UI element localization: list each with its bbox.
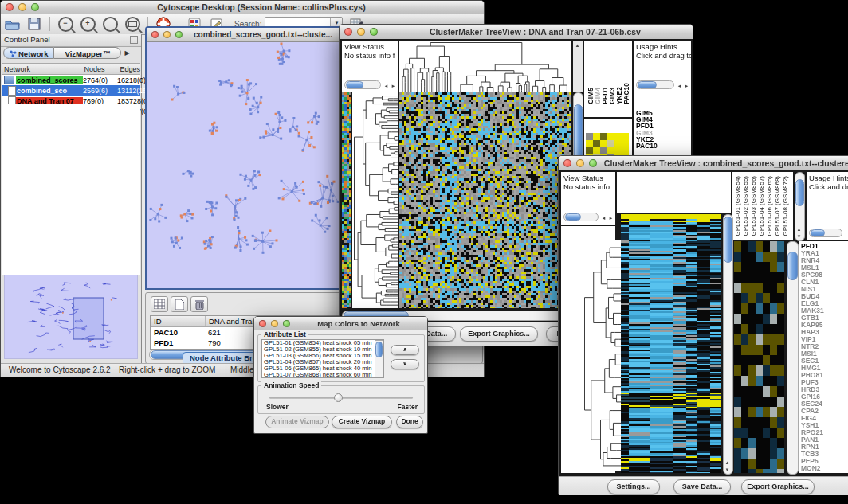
matrix-cell[interactable] <box>622 133 629 140</box>
minimize-button[interactable] <box>18 3 26 11</box>
minimize-button[interactable] <box>163 31 171 38</box>
export-graphics-button[interactable]: Export Graphics... <box>741 479 815 494</box>
minimize-button[interactable] <box>576 159 584 167</box>
matrix-cell[interactable] <box>586 140 593 147</box>
global-pixel-strip[interactable] <box>342 92 351 308</box>
row-dendrogram-canvas[interactable] <box>583 240 621 471</box>
list-item[interactable]: GPL51-07 (GSM868) heat shock 60 min <box>262 372 383 378</box>
matrix-cell[interactable] <box>586 147 593 154</box>
network-table-row[interactable]: combined_scores2764(0)16218(0) <box>2 75 140 85</box>
matrix-cell[interactable] <box>622 147 629 154</box>
row-dendrogram-canvas[interactable] <box>352 92 398 308</box>
network-overview-panel[interactable] <box>4 275 138 359</box>
overview-canvas[interactable] <box>5 275 135 357</box>
minimize-button[interactable] <box>271 320 278 327</box>
treeview1-title-bar[interactable]: ClusterMaker TreeView : DNA and Tran 07-… <box>340 25 693 40</box>
done-button[interactable]: Done <box>396 416 423 428</box>
matrix-cell[interactable] <box>593 133 600 140</box>
matrix-cell[interactable] <box>586 133 593 140</box>
zoom-button[interactable] <box>175 31 183 38</box>
matrix-cell[interactable] <box>593 147 600 154</box>
move-down-button[interactable]: ∨ <box>391 359 419 369</box>
zoom-button[interactable] <box>283 320 290 327</box>
close-button[interactable] <box>151 31 159 38</box>
scroll-thumb[interactable] <box>724 217 732 263</box>
attribute-table-icon[interactable] <box>151 296 168 312</box>
global-vscrollbar[interactable]: ▲ ▼ <box>723 214 733 475</box>
scroll-thumb[interactable] <box>787 252 798 280</box>
main-title-bar[interactable]: Cytoscape Desktop (Session Name: collins… <box>1 1 484 14</box>
row-dendrogram-panel[interactable] <box>583 240 621 471</box>
gene-label[interactable]: PAC10 <box>634 143 691 149</box>
minimize-button[interactable] <box>357 28 365 36</box>
scroll-up-icon[interactable]: ▲ <box>574 42 581 49</box>
view-status-hscrollbar[interactable] <box>563 213 599 221</box>
zoom-heatmap-panel[interactable] <box>734 241 784 473</box>
treeview2-title-bar[interactable]: ClusterMaker TreeView : combined_scores_… <box>559 156 848 171</box>
network-frame-title-bar[interactable]: combined_scores_good.txt--cluste... <box>147 28 344 42</box>
network-table-row[interactable]: combined_sco2569(6)13112(15) <box>2 85 140 96</box>
save-data-button[interactable]: Save Data... <box>673 479 731 494</box>
scroll-thumb[interactable] <box>375 342 383 357</box>
speed-slider-thumb[interactable] <box>334 393 343 402</box>
scroll-left-icon[interactable]: ◄ <box>383 83 390 89</box>
move-up-button[interactable]: ∧ <box>391 345 419 355</box>
gene-list-vscrollbar[interactable] <box>787 241 799 475</box>
close-button[interactable] <box>6 3 14 11</box>
gene-label[interactable]: MON2 <box>799 465 848 472</box>
view-status-hscrollbar[interactable] <box>344 80 381 89</box>
matrix-cell[interactable] <box>607 140 614 147</box>
settings-button[interactable]: Settings... <box>607 479 660 494</box>
column-dendrogram-panel[interactable] <box>617 172 731 213</box>
heatmap-panel[interactable] <box>399 92 571 308</box>
column-dendrogram-panel[interactable] <box>399 41 571 92</box>
tab-network[interactable]: Network <box>3 47 54 59</box>
zoom-in-icon[interactable]: + <box>79 16 96 32</box>
attribute-list-vscrollbar[interactable] <box>375 340 383 377</box>
attribute-list[interactable]: GPL51-01 (GSM854) heat shock 05 minGPL51… <box>261 339 384 378</box>
global-strip-canvas[interactable] <box>342 92 351 308</box>
zoom-button[interactable] <box>370 28 378 36</box>
matrix-cell[interactable] <box>622 140 629 147</box>
close-button[interactable] <box>259 320 266 327</box>
labels-vscrollbar[interactable]: ▲ ▼ <box>795 172 805 241</box>
row-dendrogram-panel[interactable] <box>352 92 398 308</box>
scroll-up-icon[interactable]: ▲ <box>724 459 731 466</box>
matrix-cell[interactable] <box>614 133 622 140</box>
delete-attribute-icon[interactable] <box>190 296 208 312</box>
zoom-fit-icon[interactable] <box>124 16 141 32</box>
network-table-header[interactable]: Network Nodes Edges <box>2 63 140 75</box>
scroll-up-icon[interactable]: ▲ <box>795 226 803 232</box>
zoom-button[interactable] <box>31 3 39 11</box>
tab-overflow-icon[interactable]: ▶ <box>124 49 129 61</box>
matrix-cell[interactable] <box>614 147 622 154</box>
column-dendrogram-canvas[interactable] <box>399 41 571 92</box>
scroll-left-icon[interactable]: ◄ <box>676 83 683 89</box>
new-attribute-icon[interactable] <box>171 296 188 312</box>
dialog-title-bar[interactable]: Map Colors to Network <box>254 317 427 330</box>
create-vizmap-button[interactable]: Create Vizmap <box>332 416 392 428</box>
tab-vizmapper[interactable]: VizMapper™ <box>54 47 121 59</box>
network-canvas[interactable] <box>147 42 340 286</box>
scroll-left-icon[interactable]: ◄ <box>600 215 607 221</box>
scroll-down-icon[interactable]: ▼ <box>795 233 803 240</box>
usage-hints-hscrollbar[interactable] <box>636 80 674 89</box>
matrix-cell[interactable] <box>593 140 600 147</box>
scroll-right-icon[interactable]: ► <box>683 83 690 89</box>
zoom-out-icon[interactable]: − <box>57 16 74 32</box>
float-panel-icon[interactable] <box>130 36 138 44</box>
matrix-cell[interactable] <box>600 133 607 140</box>
matrix-cell[interactable] <box>607 147 614 154</box>
save-session-button[interactable] <box>26 16 43 32</box>
global-heatmap-canvas[interactable] <box>621 214 721 473</box>
heatmap-canvas[interactable] <box>399 92 571 308</box>
close-button[interactable] <box>563 159 571 167</box>
network-view-frame[interactable]: combined_scores_good.txt--cluste... <box>145 26 345 290</box>
zoom-button[interactable] <box>589 159 597 167</box>
scroll-right-icon[interactable]: ► <box>607 215 614 221</box>
open-session-button[interactable] <box>3 16 21 32</box>
zoom-selected-icon[interactable] <box>101 16 119 32</box>
scroll-thumb[interactable] <box>795 179 804 206</box>
matrix-cell[interactable] <box>600 147 607 154</box>
global-heatmap-panel[interactable] <box>621 214 721 473</box>
